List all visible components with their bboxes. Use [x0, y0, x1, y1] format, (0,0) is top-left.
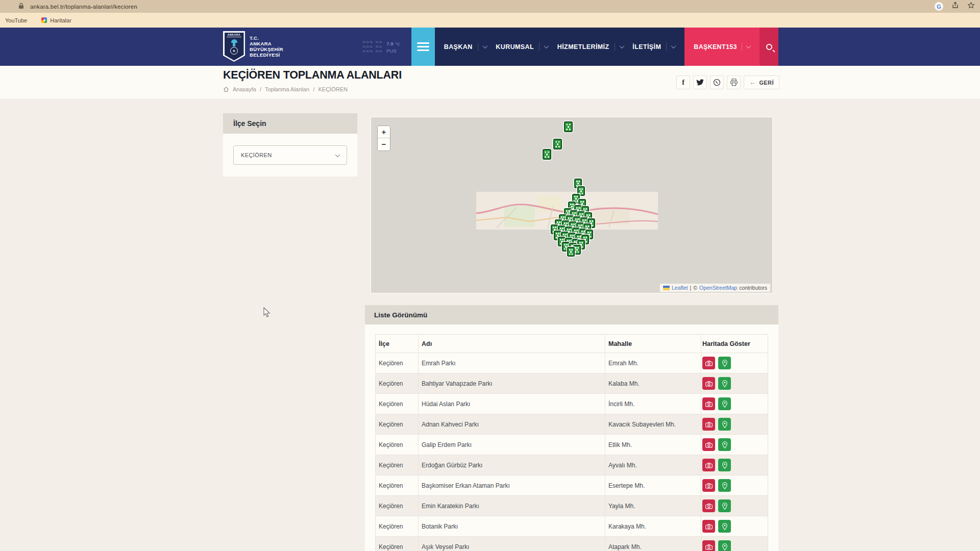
share-toolbar: f ← GERİ [676, 76, 779, 89]
mist-icon: ≈≈≈ ≈≈ ≈≈≈ ≈≈ ≈≈≈ ≈≈ [362, 40, 382, 54]
zoom-in-button[interactable]: + [378, 126, 390, 138]
lock-icon [18, 2, 24, 11]
nav-item-hi̇zmetleri̇mi̇z[interactable]: HİZMETLERİMİZ [557, 43, 624, 51]
cell-park-name: Emrah Parkı [419, 353, 605, 373]
cell-district: Keçiören [376, 537, 419, 551]
show-on-map-button[interactable] [718, 438, 731, 451]
leaflet-link[interactable]: Leaflet [672, 285, 688, 291]
nav-item-başkan[interactable]: BAŞKAN [444, 43, 487, 51]
back-button[interactable]: ← GERİ [744, 76, 779, 89]
zoom-out-button[interactable]: − [378, 138, 390, 151]
show-on-map-button[interactable] [718, 479, 731, 492]
photos-button[interactable] [702, 438, 715, 451]
map-pin-icon [722, 400, 728, 408]
map-panel: + − Leaflet | © OpenStreetMap contributo… [371, 117, 773, 293]
whatsapp-share-button[interactable] [710, 76, 724, 89]
bookmark-maps[interactable]: Haritalar [41, 17, 71, 23]
cell-district: Keçiören [376, 475, 419, 495]
municipality-name: T.C.ANKARABÜYÜKŞEHİRBELEDİYESİ [250, 31, 283, 62]
show-on-map-button[interactable] [718, 499, 731, 512]
chevron-down-icon [482, 43, 487, 48]
cell-neighborhood: Emrah Mh. [605, 353, 701, 373]
address-bar[interactable]: ankara.bel.tr/toplanma-alanlari/kecioren… [0, 0, 980, 13]
cell-district: Keçiören [376, 394, 419, 414]
photos-button[interactable] [702, 357, 715, 369]
cell-neighborhood: Esertepe Mh. [605, 475, 701, 495]
photos-button[interactable] [702, 397, 715, 410]
cell-district: Keçiören [376, 516, 419, 536]
photos-button[interactable] [702, 418, 715, 431]
show-on-map-button[interactable] [718, 459, 731, 471]
facebook-share-button[interactable]: f [676, 76, 690, 89]
chevron-down-icon [335, 152, 340, 157]
assembly-point-marker[interactable] [564, 121, 573, 132]
assembly-point-marker[interactable] [567, 247, 575, 257]
cell-actions [701, 516, 768, 536]
cell-actions [701, 435, 768, 455]
ankara-shield-icon: ANKARA ★ [223, 31, 245, 62]
cell-park-name: Adnan Kahveci Parkı [419, 414, 605, 434]
photos-button[interactable] [702, 377, 715, 390]
map-attribution: Leaflet | © OpenStreetMap contributors [660, 284, 770, 292]
show-on-map-button[interactable] [718, 357, 731, 369]
map-pin-icon [722, 462, 728, 469]
camera-icon [705, 544, 713, 550]
baskent153-button[interactable]: BAŞKENT153 [684, 28, 760, 66]
nav-menu: BAŞKANKURUMSALHİZMETLERİMİZİLETİŞİM [435, 28, 684, 66]
breadcrumb-separator: / [260, 86, 261, 92]
menu-button[interactable] [411, 28, 435, 66]
cell-district: Keçiören [376, 496, 419, 516]
cell-park-name: Emin Karatekin Parkı [419, 496, 605, 516]
photos-button[interactable] [702, 479, 715, 492]
map-pin-icon [722, 380, 728, 387]
cell-district: Keçiören [376, 455, 419, 475]
photos-button[interactable] [702, 499, 715, 512]
table-row: KeçiörenBaşkomiser Erkan Ataman ParkıEse… [376, 475, 768, 496]
bookmark-star-icon[interactable] [967, 2, 975, 11]
camera-icon [705, 523, 713, 530]
municipality-logo[interactable]: ANKARA ★ T.C.ANKARABÜYÜKŞEHİRBELEDİYESİ [223, 31, 283, 62]
table-row: KeçiörenHüdai Aslan Parkıİncirli Mh. [376, 394, 768, 414]
map-pin-icon [722, 360, 728, 367]
cell-district: Keçiören [376, 414, 419, 434]
breadcrumb-link[interactable]: Anasayfa [233, 86, 256, 92]
whatsapp-icon [713, 79, 721, 86]
cell-actions [701, 353, 768, 373]
district-select[interactable]: KEÇİÖREN [233, 145, 347, 165]
cell-neighborhood: Ayvalı Mh. [605, 455, 701, 475]
show-on-map-button[interactable] [718, 540, 731, 551]
search-button[interactable] [760, 28, 778, 66]
show-on-map-button[interactable] [718, 377, 731, 390]
url-text: ankara.bel.tr/toplanma-alanlari/kecioren [30, 4, 137, 10]
google-account-icon[interactable]: G [935, 2, 943, 11]
nav-item-i̇leti̇şi̇m[interactable]: İLETİŞİM [632, 43, 675, 51]
bookmark-youtube[interactable]: YouTube [5, 17, 27, 23]
leaflet-map[interactable]: + − Leaflet | © OpenStreetMap contributo… [371, 117, 772, 293]
table-row: KeçiörenErdoğan Gürbüz ParkıAyvalı Mh. [376, 455, 768, 475]
table-row: KeçiörenGalip Erdem ParkıEtlik Mh. [376, 435, 768, 455]
camera-icon [705, 462, 713, 468]
search-icon [766, 44, 772, 50]
weather-widget: ≈≈≈ ≈≈ ≈≈≈ ≈≈ ≈≈≈ ≈≈ 7.9 °C PUS [362, 28, 400, 66]
map-pin-icon [722, 421, 728, 428]
photos-button[interactable] [702, 459, 715, 471]
breadcrumb-link[interactable]: Toplanma Alanları [265, 86, 309, 92]
show-on-map-button[interactable] [718, 520, 731, 533]
flag-icon [663, 286, 670, 290]
assembly-point-marker[interactable] [553, 139, 562, 149]
print-button[interactable] [727, 76, 741, 89]
cell-neighborhood: Kavacık Subayevleri Mh. [605, 414, 701, 434]
breadcrumb-link[interactable]: KEÇİÖREN [318, 86, 347, 92]
assembly-point-marker[interactable] [543, 149, 551, 160]
share-icon[interactable] [951, 2, 959, 11]
cell-neighborhood: Karakaya Mh. [605, 516, 701, 536]
show-on-map-button[interactable] [718, 418, 731, 431]
photos-button[interactable] [702, 520, 715, 533]
photos-button[interactable] [702, 540, 715, 551]
twitter-share-button[interactable] [693, 76, 707, 89]
show-on-map-button[interactable] [718, 397, 731, 410]
column-header: Adı [419, 335, 605, 353]
breadcrumb: Anasayfa/Toplanma Alanları/KEÇİÖREN [223, 86, 348, 92]
osm-link[interactable]: OpenStreetMap [699, 285, 737, 291]
nav-item-kurumsal[interactable]: KURUMSAL [496, 43, 548, 51]
